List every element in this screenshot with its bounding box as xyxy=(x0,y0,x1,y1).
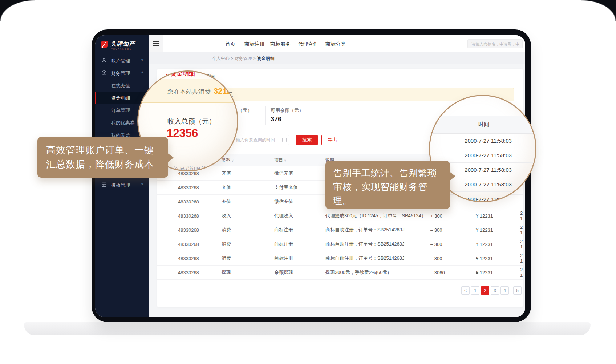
breadcrumb-separator: > xyxy=(253,56,256,61)
sidebar-item-recharge[interactable]: 在线充值 xyxy=(95,79,149,92)
table-row: 48330268消费商标注册商标自助注册，订单号：SB2514263J– 300… xyxy=(157,223,523,237)
table-row: 48330268提现余额提现提现3000元，手续费2%(60元)– 3060¥ … xyxy=(157,266,523,280)
magnified-banner-prefix: 您在本站共消费 xyxy=(167,88,211,96)
page-button-3[interactable]: 3 xyxy=(491,286,499,295)
sidebar-item-finance[interactable]: 财务管理 ∧ xyxy=(95,67,149,79)
pagination: < 1 2 3 4 5 > xyxy=(461,286,523,295)
date-input[interactable] xyxy=(232,135,289,145)
chevron-up-icon: ∧ xyxy=(141,70,143,74)
hamburger-icon xyxy=(153,41,159,46)
laptop-base xyxy=(24,322,591,335)
sidebar-item-label: 订单管理 xyxy=(111,107,130,114)
template-icon xyxy=(101,182,107,187)
finance-icon xyxy=(101,70,107,76)
magnified-time-header: 时间 xyxy=(430,116,536,134)
sidebar-item-label: 财务管理 xyxy=(111,70,130,77)
magnified-income-value: 12356 xyxy=(167,127,198,140)
sidebar-item-label: 我的优惠券 xyxy=(111,120,135,126)
nav-tab-trademark-register[interactable]: 商标注册 xyxy=(244,41,265,48)
magnified-time-cell: 2000-7-27 11:58:03 xyxy=(430,134,536,148)
stats-divider xyxy=(265,106,266,125)
breadcrumb-bar: 个人中心 > 财务管理 > 资金明细 xyxy=(149,52,525,64)
page-button-4[interactable]: 4 xyxy=(500,286,509,295)
page-corner-right xyxy=(581,0,616,21)
brand-logo-subtext: TOUPAI.COM xyxy=(111,48,132,50)
magnified-time-cell: 2000-7-27 11:58:03 xyxy=(430,148,536,163)
callout-right: 告别手工统计、告别繁琐审核，实现智能财务管理。 xyxy=(325,161,450,209)
user-icon xyxy=(101,58,107,63)
breadcrumb-item[interactable]: 个人中心 xyxy=(212,56,230,61)
available-balance-label: 可用余额（元） xyxy=(271,107,304,114)
expense-total-label-fragment: （元） xyxy=(238,107,252,114)
sort-caret-icon: ∨ xyxy=(284,159,287,162)
sidebar-item-label: 模板管理 xyxy=(111,182,130,189)
table-row: 48330268消费商标注册商标自助注册，订单号：SB2514263J– 300… xyxy=(157,251,523,266)
nav-tab-agent[interactable]: 代理合作 xyxy=(298,41,318,48)
available-balance-value: 376 xyxy=(271,116,281,123)
table-row: 48330268收入代理收入代理提成300元（ID:1245，订单号：SB451… xyxy=(157,209,523,223)
col-project[interactable]: 项目∨ xyxy=(274,157,325,163)
sidebar-item-label: 账户管理 xyxy=(111,58,130,64)
breadcrumb-current: 资金明细 xyxy=(257,56,274,61)
export-button[interactable]: 导出 xyxy=(321,135,343,145)
magnified-income-label: 收入总额（元） xyxy=(167,117,216,126)
sidebar-item-templates[interactable]: 模板管理 ∨ xyxy=(95,179,149,191)
topbar: 首页 商标注册 商标服务 代理合作 商标分类 xyxy=(149,35,525,52)
breadcrumb-separator: > xyxy=(231,56,233,61)
sidebar-item-label: 资金明细 xyxy=(111,95,130,101)
col-type[interactable]: 类型∨ xyxy=(222,157,274,163)
nav-tab-home[interactable]: 首页 xyxy=(225,41,235,48)
menu-toggle-button[interactable] xyxy=(149,35,163,52)
breadcrumb-item[interactable]: 财务管理 xyxy=(235,56,252,61)
page-button-1[interactable]: 1 xyxy=(471,286,479,295)
page-button-5[interactable]: 5 xyxy=(513,286,522,295)
trademark-search-input[interactable] xyxy=(467,39,523,48)
brand-logo-icon xyxy=(100,41,108,48)
page-corner-left xyxy=(0,0,35,21)
sort-caret-icon: ∨ xyxy=(231,159,234,162)
table-row: 48330268消费商标注册商标自助注册，订单号：SB2514263J– 300… xyxy=(157,237,523,251)
sidebar-item-label: 在线充值 xyxy=(111,82,130,89)
nav-tab-trademark-category[interactable]: 商标分类 xyxy=(325,41,346,48)
brand-logo-text: 头牌知产 xyxy=(110,40,135,48)
chevron-down-icon: ∨ xyxy=(141,58,143,62)
breadcrumb: 个人中心 > 财务管理 > 资金明细 xyxy=(212,56,274,62)
calendar-icon xyxy=(282,138,287,142)
callout-left: 高效管理账户订单、一键汇总数据，降低财务成本 xyxy=(37,137,168,178)
page-prev-button[interactable]: < xyxy=(461,286,470,295)
chevron-down-icon: ∨ xyxy=(141,182,143,186)
nav-tab-trademark-service[interactable]: 商标服务 xyxy=(270,41,291,48)
search-button[interactable]: 搜索 xyxy=(296,135,318,145)
page-button-2-active[interactable]: 2 xyxy=(481,286,489,295)
sidebar-item-account[interactable]: 账户管理 ∨ xyxy=(95,54,149,67)
